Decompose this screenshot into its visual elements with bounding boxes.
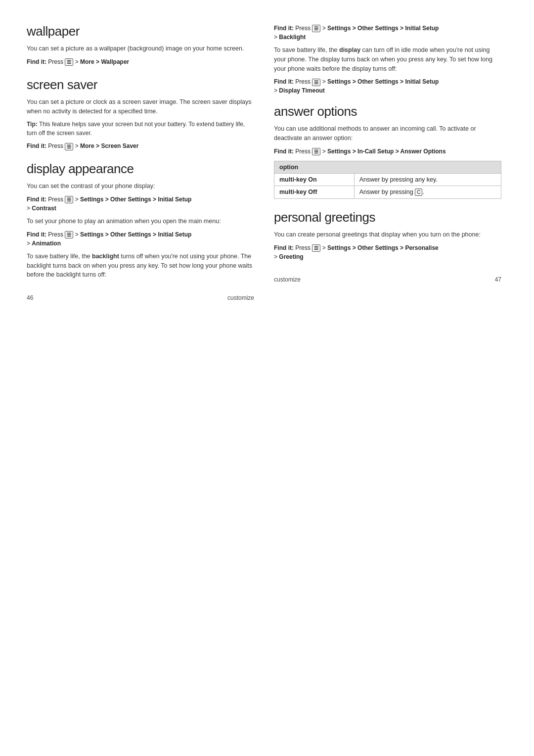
screen-saver-find-it: Find it: Press ☰ > More > Screen Saver <box>27 142 254 150</box>
screen-saver-tip: Tip: This feature helps save your screen… <box>27 120 254 138</box>
answer-options-section: answer options You can use additional me… <box>274 104 501 199</box>
left-page-number: 46 <box>27 294 33 301</box>
right-page-number: 47 <box>495 276 501 283</box>
display-body1: You can set the contrast of your phone d… <box>27 182 254 191</box>
backlight-nav1: Settings > Other Settings > Initial Setu… <box>327 25 439 32</box>
backlight-sub2: > Display Timeout <box>274 87 325 94</box>
find-it-text-b2: Press ☰ > Settings > Other Settings > In… <box>295 78 439 85</box>
table-row: multi-key Off Answer by pressing C. <box>274 186 501 198</box>
screen-saver-body: You can set a picture or clock as a scre… <box>27 97 254 116</box>
left-page-num-row: 46 customize <box>27 294 254 301</box>
find-it-text-pg: Press ☰ > Settings > Other Settings > Pe… <box>295 244 438 251</box>
personal-greetings-title: personal greetings <box>274 210 501 225</box>
answer-options-table: option multi-key On Answer by pressing a… <box>274 161 501 199</box>
find-it-label-pg: Find it: <box>274 244 294 251</box>
backlight-nav2: Settings > Other Settings > Initial Setu… <box>327 78 439 85</box>
screen-saver-nav: More > Screen Saver <box>80 142 138 149</box>
backlight-sub1: > Backlight <box>274 34 306 41</box>
personal-greetings-sub: > Greeting <box>274 253 304 260</box>
menu-icon-ss: ☰ <box>65 143 73 150</box>
left-column: wallpaper You can set a picture as a wal… <box>27 24 254 732</box>
display-animation: Animation <box>32 240 61 247</box>
personal-greetings-body: You can create personal greetings that d… <box>274 230 501 239</box>
answer-options-nav: Settings > In-Call Setup > Answer Option… <box>327 148 446 155</box>
wallpaper-nav: More > Wallpaper <box>80 58 129 65</box>
find-it-text-d1: Press ☰ > Settings > Other Settings > In… <box>48 196 191 203</box>
display-appearance-title: display appearance <box>27 161 254 177</box>
display-nav1: Settings > Other Settings > Initial Setu… <box>80 196 191 203</box>
backlight-section: Find it: Press ☰ > Settings > Other Sett… <box>274 24 501 95</box>
display-sub1: > Contrast <box>27 205 56 212</box>
tip-text: This feature helps save your screen but … <box>27 121 245 137</box>
find-it-label: Find it: <box>27 58 46 65</box>
table-row: multi-key On Answer by pressing any key. <box>274 173 501 186</box>
wallpaper-title: wallpaper <box>27 24 254 39</box>
find-it-text-ss: Press ☰ > More > Screen Saver <box>48 142 138 149</box>
right-page-label: customize <box>274 276 301 283</box>
table-cell-desc1: Answer by pressing any key. <box>354 173 501 186</box>
answer-options-title: answer options <box>274 104 501 119</box>
table-cell-desc2: Answer by pressing C. <box>354 186 501 198</box>
menu-icon-b1: ☰ <box>312 25 320 32</box>
find-it-label-ss: Find it: <box>27 142 46 149</box>
display-find-it2: Find it: Press ☰ > Settings > Other Sett… <box>27 230 254 248</box>
find-it-label-b1: Find it: <box>274 25 294 32</box>
right-page-num-row: customize 47 <box>274 276 501 283</box>
right-column: Find it: Press ☰ > Settings > Other Sett… <box>274 24 501 732</box>
menu-icon: ☰ <box>65 58 73 66</box>
c-key-icon: C <box>415 189 422 196</box>
find-it-label-d1: Find it: <box>27 196 46 203</box>
backlight-bold: backlight <box>92 253 119 260</box>
page-container: wallpaper You can set a picture as a wal… <box>0 0 534 756</box>
display-find-it1: Find it: Press ☰ > Settings > Other Sett… <box>27 195 254 213</box>
tip-label: Tip: <box>27 121 38 128</box>
backlight-body: To save battery life, the display can tu… <box>274 46 501 73</box>
personal-greetings-section: personal greetings You can create person… <box>274 210 501 261</box>
find-it-text-b1: Press ☰ > Settings > Other Settings > In… <box>295 25 439 32</box>
personal-greetings-nav: Settings > Other Settings > Personalise <box>327 244 439 251</box>
find-it-text-ao: Press ☰ > Settings > In-Call Setup > Ans… <box>295 148 445 155</box>
find-it-label-d2: Find it: <box>27 231 46 238</box>
backlight-find-it1: Find it: Press ☰ > Settings > Other Sett… <box>274 24 501 42</box>
display-sub2: > Animation <box>27 240 61 247</box>
display-body2: To set your phone to play an animation w… <box>27 217 254 226</box>
backlight-label: Backlight <box>279 34 306 41</box>
personal-greetings-find-it: Find it: Press ☰ > Settings > Other Sett… <box>274 243 501 261</box>
wallpaper-find-it: Find it: Press ☰ > More > Wallpaper <box>27 57 254 66</box>
display-appearance-section: display appearance You can set the contr… <box>27 161 254 280</box>
wallpaper-section: wallpaper You can set a picture as a wal… <box>27 24 254 66</box>
display-body3: To save battery life, the backlight turn… <box>27 252 254 280</box>
screen-saver-section: screen saver You can set a picture or cl… <box>27 77 254 151</box>
greeting-label: Greeting <box>279 253 303 260</box>
menu-icon-b2: ☰ <box>312 79 320 86</box>
menu-icon-d2: ☰ <box>65 231 73 238</box>
display-nav2: Settings > Other Settings > Initial Setu… <box>80 231 191 238</box>
menu-icon-pg: ☰ <box>312 244 320 252</box>
table-cell-option1: multi-key On <box>274 173 355 186</box>
wallpaper-body: You can set a picture as a wallpaper (ba… <box>27 44 254 53</box>
table-cell-option2: multi-key Off <box>274 186 355 198</box>
answer-options-body: You can use additional methods to answer… <box>274 124 501 143</box>
find-it-label-b2: Find it: <box>274 78 294 85</box>
table-header: option <box>274 161 501 173</box>
find-it-text-d2: Press ☰ > Settings > Other Settings > In… <box>48 231 191 238</box>
menu-icon-d1: ☰ <box>65 196 73 203</box>
answer-options-find-it: Find it: Press ☰ > Settings > In-Call Se… <box>274 147 501 156</box>
screen-saver-title: screen saver <box>27 77 254 93</box>
find-it-label-ao: Find it: <box>274 148 294 155</box>
display-contrast: Contrast <box>32 205 56 212</box>
display-bold: display <box>339 47 360 53</box>
menu-icon-ao: ☰ <box>312 148 320 155</box>
display-timeout-label: Display Timeout <box>279 87 324 94</box>
backlight-find-it2: Find it: Press ☰ > Settings > Other Sett… <box>274 77 501 95</box>
find-it-text: Press ☰ > More > Wallpaper <box>48 58 129 65</box>
left-page-label: customize <box>227 294 254 301</box>
